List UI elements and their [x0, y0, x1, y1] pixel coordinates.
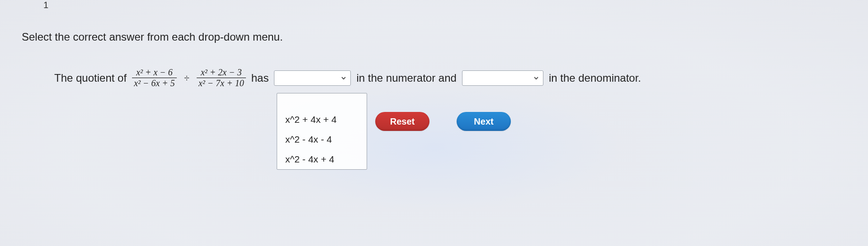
chevron-down-icon: [340, 75, 347, 81]
dropdown-option[interactable]: x^2 - 4x - 4: [277, 130, 367, 149]
sentence-lead: The quotient of: [54, 72, 127, 84]
fraction-1-numerator: x² + x − 6: [134, 68, 175, 78]
question-number: 1: [43, 0, 48, 10]
fraction-2-numerator: x² + 2x − 3: [199, 68, 244, 78]
division-symbol: ÷: [182, 72, 191, 84]
sentence-tail: in the denominator.: [549, 72, 641, 84]
numerator-dropdown-panel: x^2 + 4x + 4 x^2 - 4x - 4 x^2 - 4x + 4: [277, 93, 367, 170]
dropdown-option[interactable]: x^2 + 4x + 4: [277, 110, 367, 130]
reset-button[interactable]: Reset: [375, 112, 429, 131]
fraction-1-denominator: x² − 6x + 5: [132, 78, 177, 88]
fraction-2: x² + 2x − 3 x² − 7x + 10: [197, 68, 246, 88]
chevron-down-icon: [533, 75, 539, 81]
question-sentence: The quotient of x² + x − 6 x² − 6x + 5 ÷…: [54, 68, 641, 88]
next-button[interactable]: Next: [457, 112, 511, 131]
denominator-select[interactable]: [462, 70, 543, 86]
instruction-text: Select the correct answer from each drop…: [22, 31, 283, 43]
numerator-select[interactable]: [274, 70, 351, 86]
fraction-1: x² + x − 6 x² − 6x + 5: [132, 68, 177, 88]
fraction-2-denominator: x² − 7x + 10: [197, 78, 246, 88]
sentence-mid: in the numerator and: [356, 72, 456, 84]
sentence-has: has: [251, 72, 269, 84]
dropdown-option[interactable]: x^2 - 4x + 4: [277, 149, 367, 169]
action-button-row: Reset Next: [375, 112, 511, 131]
